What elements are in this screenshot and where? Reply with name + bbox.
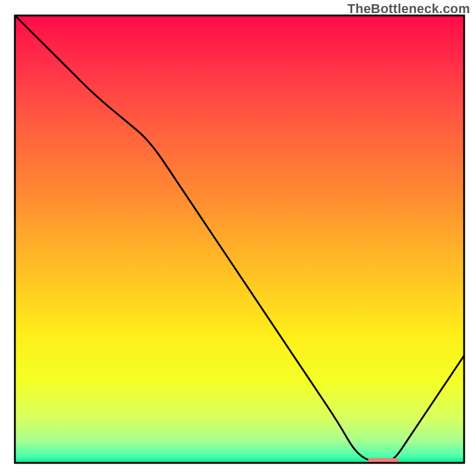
watermark-text: TheBottleneck.com xyxy=(347,1,470,17)
bottleneck-plot xyxy=(0,0,476,476)
optimal-marker xyxy=(368,458,399,465)
chart-canvas: TheBottleneck.com xyxy=(0,0,476,476)
